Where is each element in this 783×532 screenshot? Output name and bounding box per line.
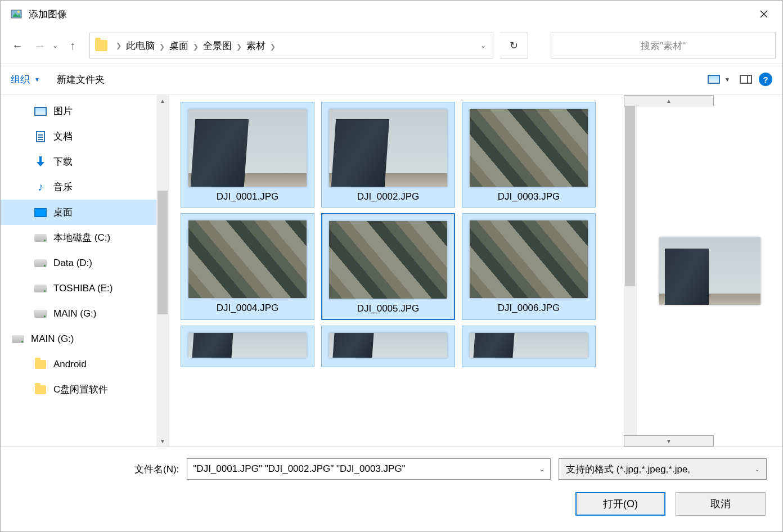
dialog-title: 添加图像 — [29, 8, 751, 21]
bottom-bar: 文件名(N): "DJI_0001.JPG" "DJI_0002.JPG" "D… — [1, 447, 782, 531]
scroll-up-icon[interactable]: ▲ — [624, 95, 714, 106]
new-folder-button[interactable]: 新建文件夹 — [57, 73, 105, 86]
nav-sidebar: 图片文档下载♪音乐桌面本地磁盘 (C:)Data (D:)TOSHIBA (E:… — [1, 95, 156, 447]
file-thumbnail — [329, 333, 447, 358]
file-item[interactable]: DJI_0003.JPG — [462, 102, 596, 208]
chevron-right-icon[interactable]: ❯ — [270, 43, 276, 51]
file-thumbnail — [470, 109, 588, 187]
filetype-select[interactable]: 支持的格式 (*.jpg,*.jpeg,*.jpe, ⌄ — [559, 458, 767, 480]
sidebar-item-label: 桌面 — [53, 206, 73, 219]
sidebar-item[interactable]: 下载 — [1, 149, 156, 174]
open-button[interactable]: 打开(O) — [575, 492, 665, 516]
help-button[interactable]: ? — [759, 73, 772, 86]
filename-input[interactable]: "DJI_0001.JPG" "DJI_0002.JPG" "DJI_0003.… — [187, 458, 551, 480]
recent-locations-button[interactable]: ⌄ — [52, 42, 60, 49]
file-thumbnail — [329, 109, 447, 187]
file-name: DJI_0003.JPG — [498, 191, 560, 202]
chevron-right-icon[interactable]: ❯ — [116, 42, 122, 49]
file-item[interactable] — [462, 326, 596, 367]
organize-button[interactable]: 组织 ▼ — [11, 73, 40, 86]
sidebar-item-label: C盘闲置软件 — [53, 383, 108, 396]
file-thumbnail — [188, 220, 307, 298]
search-input[interactable]: 搜索"素材" — [551, 33, 776, 58]
file-name: DJI_0006.JPG — [498, 303, 560, 314]
file-thumbnail — [188, 333, 307, 358]
address-expand-button[interactable]: ⌄ — [474, 42, 493, 49]
close-button[interactable] — [751, 5, 777, 23]
content-area: 图片文档下载♪音乐桌面本地磁盘 (C:)Data (D:)TOSHIBA (E:… — [1, 95, 782, 447]
sidebar-item[interactable]: 桌面 — [1, 200, 156, 225]
svg-point-2 — [17, 11, 20, 13]
sidebar-item[interactable]: 文档 — [1, 124, 156, 149]
sidebar-item-label: MAIN (G:) — [31, 333, 74, 345]
filename-label: 文件名(N): — [134, 463, 179, 476]
back-button[interactable]: ← — [7, 35, 28, 56]
caret-down-icon: ⌄ — [755, 466, 759, 472]
sidebar-item[interactable]: Data (D:) — [1, 250, 156, 276]
sidebar-item-label: TOSHIBA (E:) — [53, 283, 113, 294]
file-item[interactable]: DJI_0001.JPG — [181, 102, 314, 208]
breadcrumb-item[interactable]: 此电脑 — [125, 40, 156, 51]
thumbnails-icon — [708, 75, 720, 84]
file-item[interactable] — [181, 326, 314, 367]
breadcrumb-item[interactable]: 素材 — [245, 40, 267, 51]
view-mode-button[interactable]: ▼ — [705, 73, 733, 85]
preview-pane-button[interactable] — [740, 75, 752, 84]
search-placeholder: 搜索"素材" — [641, 39, 686, 52]
file-name: DJI_0001.JPG — [217, 191, 279, 202]
chevron-right-icon[interactable]: ❯ — [159, 43, 165, 51]
sidebar-item-label: Data (D:) — [53, 258, 92, 269]
sidebar-item[interactable]: ♪音乐 — [1, 174, 156, 200]
sidebar-item[interactable]: 图片 — [1, 98, 156, 124]
sidebar-item[interactable]: TOSHIBA (E:) — [1, 276, 156, 301]
scroll-up-icon[interactable]: ▲ — [156, 95, 169, 106]
refresh-button[interactable]: ↻ — [500, 33, 528, 58]
sidebar-item[interactable]: 本地磁盘 (C:) — [1, 225, 156, 250]
up-button[interactable]: ↑ — [62, 35, 83, 56]
file-thumbnail — [188, 109, 307, 187]
sidebar-scrollbar[interactable]: ▲ ▼ — [156, 95, 169, 447]
toolbar: 组织 ▼ 新建文件夹 ▼ ? — [1, 64, 782, 95]
file-name: DJI_0002.JPG — [357, 191, 420, 202]
scroll-thumb[interactable] — [158, 191, 168, 314]
titlebar: 添加图像 — [1, 1, 782, 28]
sidebar-item-label: 文档 — [53, 130, 73, 143]
filelist-scrollbar[interactable]: ▲ ▼ — [624, 95, 636, 447]
sidebar-item-label: Android — [53, 359, 87, 370]
folder-icon — [90, 40, 112, 51]
sidebar-item-label: 本地磁盘 (C:) — [53, 231, 110, 244]
sidebar-item[interactable]: C盘闲置软件 — [1, 377, 156, 402]
scroll-thumb[interactable] — [625, 106, 635, 286]
file-item[interactable] — [321, 326, 455, 367]
file-thumbnail — [470, 220, 588, 298]
chevron-right-icon[interactable]: ❯ — [236, 43, 242, 51]
forward-button[interactable]: → — [30, 35, 50, 56]
filename-value: "DJI_0001.JPG" "DJI_0002.JPG" "DJI_0003.… — [193, 463, 405, 475]
file-thumbnail — [329, 221, 447, 299]
app-icon — [11, 8, 22, 20]
file-item[interactable]: DJI_0004.JPG — [181, 213, 314, 320]
file-name: DJI_0004.JPG — [217, 303, 279, 314]
scroll-down-icon[interactable]: ▼ — [624, 435, 714, 447]
scroll-down-icon[interactable]: ▼ — [156, 435, 169, 447]
sidebar-item[interactable]: MAIN (G:) — [1, 301, 156, 326]
sidebar-item[interactable]: MAIN (G:) — [1, 326, 156, 351]
cancel-button[interactable]: 取消 — [676, 492, 766, 516]
sidebar-item-label: 图片 — [53, 105, 73, 118]
file-item[interactable]: DJI_0002.JPG — [321, 102, 455, 208]
file-open-dialog: 添加图像 ← → ⌄ ↑ ❯ 此电脑❯桌面❯全景图❯素材❯ ⌄ ↻ 搜索"素材"… — [0, 0, 783, 532]
chevron-right-icon[interactable]: ❯ — [193, 43, 199, 51]
caret-down-icon: ▼ — [34, 76, 40, 83]
sidebar-item[interactable]: Android — [1, 351, 156, 377]
preview-pane — [636, 95, 782, 447]
breadcrumb-item[interactable]: 桌面 — [168, 40, 190, 51]
breadcrumb-item[interactable]: 全景图 — [202, 40, 233, 51]
address-bar[interactable]: ❯ 此电脑❯桌面❯全景图❯素材❯ ⌄ — [89, 33, 493, 58]
file-item[interactable]: DJI_0006.JPG — [462, 213, 596, 320]
file-item[interactable]: DJI_0005.JPG — [321, 213, 455, 320]
filename-history-button[interactable]: ⌄ — [539, 466, 544, 473]
preview-thumbnail — [659, 237, 760, 305]
file-grid[interactable]: DJI_0001.JPGDJI_0002.JPGDJI_0003.JPGDJI_… — [169, 95, 624, 447]
sidebar-item-label: MAIN (G:) — [53, 308, 97, 319]
filetype-value: 支持的格式 (*.jpg,*.jpeg,*.jpe, — [566, 463, 690, 476]
